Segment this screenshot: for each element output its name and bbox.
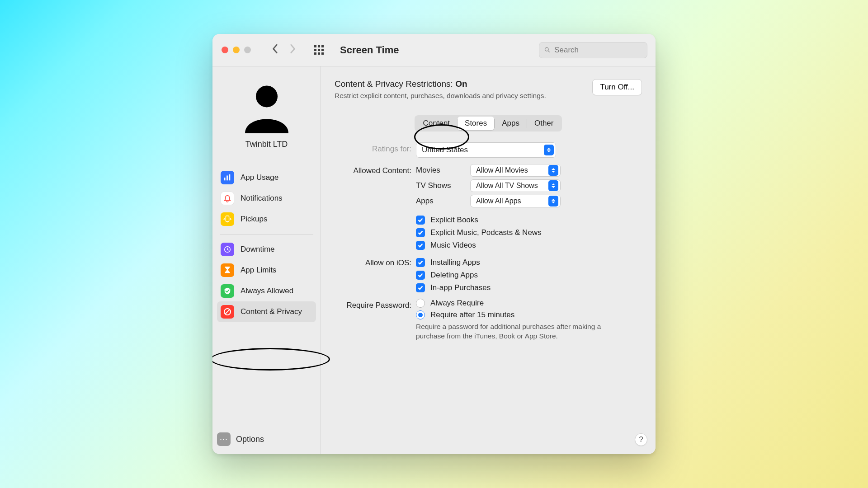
svg-line-9: [225, 310, 230, 314]
check-shield-icon: [221, 284, 234, 298]
checkbox-label: Deleting Apps: [430, 271, 478, 280]
sidebar-item-label: Pickups: [241, 215, 268, 224]
content-pane: Content & Privacy Restrictions: On Restr…: [321, 66, 656, 454]
options-label: Options: [236, 435, 264, 444]
back-button[interactable]: [272, 44, 279, 56]
sidebar-item-label: App Usage: [241, 173, 278, 182]
sidebar: Twinbit LTD App Usage Notifications Pick…: [212, 66, 321, 454]
sidebar-item-label: Notifications: [241, 194, 283, 203]
ellipsis-icon: ···: [217, 432, 231, 446]
tvshows-label: TV Shows: [416, 181, 457, 190]
sidebar-item-label: Always Allowed: [241, 286, 293, 296]
select-stepper-icon: [548, 165, 558, 176]
tab-selector: Content Stores Apps Other: [415, 115, 562, 131]
select-value: United States: [422, 145, 468, 155]
apps-select[interactable]: Allow All Apps: [470, 195, 561, 207]
minimize-window-button[interactable]: [233, 47, 240, 53]
svg-line-1: [548, 51, 549, 52]
sidebar-item-always-allowed[interactable]: Always Allowed: [217, 281, 316, 301]
music-videos-checkbox[interactable]: [416, 241, 425, 250]
close-window-button[interactable]: [222, 47, 228, 53]
screen-time-window: Screen Time Twinbit LTD App Usage Notifi…: [212, 34, 656, 454]
svg-point-0: [545, 47, 549, 51]
always-require-radio[interactable]: [416, 299, 425, 308]
sidebar-item-label: App Limits: [241, 266, 276, 275]
clock-icon: [221, 243, 234, 256]
toolbar: Screen Time: [212, 34, 656, 66]
tab-other[interactable]: Other: [527, 117, 561, 130]
forward-button[interactable]: [289, 44, 296, 56]
movies-select[interactable]: Allow All Movies: [470, 164, 561, 177]
zoom-window-button[interactable]: [244, 47, 251, 53]
tvshows-select[interactable]: Allow All TV Shows: [470, 179, 561, 192]
inapp-purchases-checkbox[interactable]: [416, 283, 425, 292]
search-icon: [544, 46, 551, 54]
avatar-icon: [240, 79, 294, 133]
require-password-hint: Require a password for additional purcha…: [416, 322, 610, 341]
sidebar-item-label: Content & Privacy: [241, 307, 302, 316]
svg-rect-4: [226, 176, 228, 181]
sidebar-item-notifications[interactable]: Notifications: [217, 188, 316, 209]
tab-apps[interactable]: Apps: [495, 117, 527, 130]
chart-bar-icon: [221, 171, 234, 184]
options-button-sidebar[interactable]: ··· Options: [217, 432, 316, 446]
apps-label: Apps: [416, 197, 457, 206]
radio-label: Require after 15 minutes: [430, 310, 514, 319]
svg-rect-6: [226, 216, 229, 222]
svg-rect-3: [224, 178, 226, 180]
section-title: Content & Privacy Restrictions: On: [335, 79, 546, 89]
require-15min-radio[interactable]: [416, 310, 425, 319]
deleting-apps-checkbox[interactable]: [416, 271, 425, 280]
explicit-books-checkbox[interactable]: [416, 216, 425, 225]
sidebar-item-pickups[interactable]: Pickups: [217, 209, 316, 230]
sidebar-item-app-limits[interactable]: App Limits: [217, 260, 316, 281]
svg-point-2: [256, 85, 278, 107]
ratings-country-select[interactable]: United States: [416, 142, 556, 158]
select-stepper-icon: [548, 180, 558, 191]
require-password-label: Require Password:: [335, 299, 416, 310]
select-stepper-icon: [544, 145, 554, 155]
ratings-for-label: Ratings for:: [335, 142, 416, 154]
radio-label: Always Require: [430, 299, 484, 308]
select-stepper-icon: [548, 196, 558, 206]
tab-stores[interactable]: Stores: [458, 117, 494, 130]
checkbox-label: Explicit Books: [430, 216, 478, 225]
section-subtitle: Restrict explicit content, purchases, do…: [335, 92, 546, 100]
account-name-label: Twinbit LTD: [245, 140, 288, 149]
checkbox-label: Explicit Music, Podcasts & News: [430, 228, 542, 237]
restrictions-status: On: [455, 79, 467, 89]
hourglass-icon: [221, 263, 234, 277]
installing-apps-checkbox[interactable]: [416, 258, 425, 267]
no-entry-icon: [221, 305, 234, 319]
checkbox-label: Installing Apps: [430, 258, 480, 267]
bell-icon: [221, 192, 234, 205]
sidebar-item-app-usage[interactable]: App Usage: [217, 167, 316, 188]
tab-content[interactable]: Content: [416, 117, 458, 130]
sidebar-item-content-privacy[interactable]: Content & Privacy: [217, 301, 316, 322]
window-title: Screen Time: [340, 44, 399, 56]
all-preferences-button[interactable]: [314, 45, 324, 55]
allow-ios-label: Allow on iOS:: [335, 256, 416, 267]
search-input[interactable]: [554, 46, 642, 55]
pickup-icon: [221, 212, 234, 226]
search-field[interactable]: [539, 42, 647, 58]
svg-rect-5: [229, 174, 231, 181]
checkbox-label: Music Videos: [430, 241, 476, 250]
checkbox-label: In-app Purchases: [430, 283, 491, 292]
traffic-lights: [222, 47, 251, 53]
sidebar-divider: [220, 234, 313, 235]
movies-label: Movies: [416, 166, 457, 175]
turn-off-button[interactable]: Turn Off...: [592, 79, 642, 95]
sidebar-item-label: Downtime: [241, 245, 275, 254]
allowed-content-label: Allowed Content:: [335, 164, 416, 175]
explicit-music-checkbox[interactable]: [416, 228, 425, 237]
sidebar-item-downtime[interactable]: Downtime: [217, 239, 316, 260]
help-button[interactable]: ?: [635, 433, 647, 446]
